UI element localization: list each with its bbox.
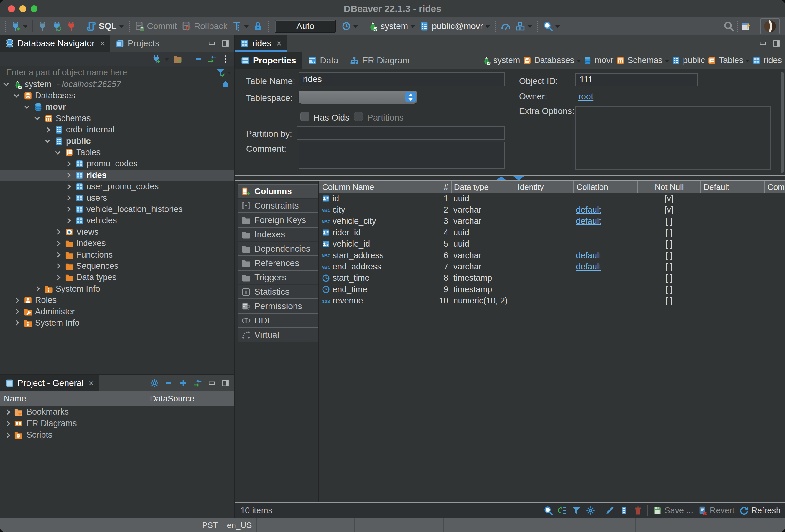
chevron-right-icon[interactable] [45, 127, 50, 132]
chevron-right-icon[interactable] [66, 207, 71, 212]
chevron-down-icon[interactable] [55, 149, 60, 154]
view-menu-icon[interactable] [221, 54, 230, 64]
table-row-start-time[interactable]: start_time8timestamp[ ] [319, 273, 785, 284]
filter-icon[interactable] [572, 506, 581, 515]
cell-not-null[interactable]: [v] [637, 194, 700, 204]
gear-icon[interactable] [150, 379, 159, 387]
close-icon[interactable]: × [89, 378, 94, 388]
minimize-panel-icon[interactable] [208, 379, 216, 387]
tab-data[interactable]: Data [302, 52, 344, 69]
cell-column-name[interactable]: ABCstart_address [319, 251, 388, 260]
gear-icon[interactable] [586, 506, 595, 515]
chevron-right-icon[interactable] [14, 320, 19, 326]
cell-ordinal[interactable]: 10 [388, 296, 451, 306]
cell-ordinal[interactable]: 4 [388, 228, 451, 237]
tree-item-sequences[interactable]: Sequences [0, 260, 234, 272]
chevron-right-icon[interactable] [66, 196, 71, 201]
breadcrumb-movr[interactable]: movr [583, 56, 613, 65]
detail-tab-references[interactable]: References [238, 256, 318, 270]
grid-header-comm[interactable]: Comm [764, 181, 785, 193]
sql-editor-button[interactable]: SQL [84, 19, 126, 34]
rollback-button[interactable]: Rollback [179, 19, 229, 34]
active-connection-select[interactable]: system [365, 19, 417, 34]
cell-collation[interactable]: default [573, 262, 637, 272]
chevron-right-icon[interactable] [66, 161, 71, 167]
dashboard-button[interactable] [499, 19, 513, 34]
chevron-down-icon[interactable] [164, 58, 169, 61]
chevron-down-icon[interactable] [528, 25, 532, 28]
breadcrumb-public[interactable]: public [672, 56, 705, 65]
disconnect-button[interactable] [64, 19, 78, 34]
tab-properties[interactable]: Properties [235, 52, 302, 69]
grid-header-data-type[interactable]: Data type [451, 181, 514, 193]
collapse-down-icon[interactable] [513, 176, 524, 180]
tree-item-views[interactable]: Views [0, 226, 234, 237]
chevron-down-icon[interactable] [35, 115, 40, 120]
tree-item-users[interactable]: users [0, 192, 234, 204]
connect-button[interactable] [35, 19, 50, 34]
cell-not-null[interactable]: [ ] [637, 296, 700, 306]
close-icon[interactable]: × [100, 38, 105, 49]
global-search-icon[interactable] [724, 21, 734, 31]
collation-link[interactable]: default [576, 262, 601, 271]
breadcrumb-databases[interactable]: Databases [523, 56, 581, 65]
grid-header-[interactable]: # [388, 181, 451, 193]
cell-ordinal[interactable]: 8 [388, 273, 451, 283]
chevron-right-icon[interactable] [66, 173, 71, 178]
tree-item-user-promo-codes[interactable]: user_promo_codes [0, 181, 234, 192]
table-row-rider-id[interactable]: rider_id4uuid[ ] [319, 227, 785, 238]
breadcrumb-tables[interactable]: Tables [708, 56, 750, 65]
cell-column-name[interactable]: rider_id [319, 228, 388, 237]
table-row-city[interactable]: ABCcity2varchardefault[v] [319, 204, 785, 216]
object-filter-input[interactable] [6, 68, 213, 78]
detail-tab-dependencies[interactable]: Dependencies [238, 242, 318, 256]
project-item-scripts[interactable]: Scripts [0, 429, 234, 441]
tablespace-select[interactable] [299, 91, 417, 104]
edit-icon[interactable] [605, 506, 614, 515]
tree-item-system[interactable]: system - localhost:26257 [0, 79, 234, 90]
chevron-right-icon[interactable] [55, 252, 60, 258]
collapse-all-icon[interactable] [195, 54, 204, 64]
grid-header-column-name[interactable]: Column Name [319, 181, 388, 193]
tree-item-crdb-internal[interactable]: crdb_internal [0, 124, 234, 135]
tree-item-administer[interactable]: Administer [0, 306, 234, 317]
chevron-down-icon[interactable] [556, 25, 560, 28]
chevron-down-icon[interactable] [485, 25, 490, 28]
chevron-down-icon[interactable] [746, 60, 750, 62]
section-splitter[interactable] [235, 175, 785, 181]
cell-column-name[interactable]: vehicle_id [319, 239, 388, 249]
maximize-panel-icon[interactable] [221, 39, 229, 47]
new-connection-button[interactable] [8, 19, 30, 34]
new-connection-icon[interactable] [151, 54, 161, 64]
commit-mode-select[interactable]: Auto [275, 20, 336, 33]
filter-icon[interactable] [216, 68, 225, 77]
chevron-right-icon[interactable] [14, 298, 19, 303]
cell-column-name[interactable]: end_time [319, 285, 388, 295]
collation-link[interactable]: default [576, 251, 601, 260]
detail-tab-indexes[interactable]: Indexes [238, 227, 318, 241]
chevron-down-icon[interactable] [411, 25, 415, 28]
query-history-button[interactable] [339, 19, 360, 34]
link-with-editor-icon[interactable] [193, 379, 202, 387]
chevron-down-icon[interactable] [14, 92, 19, 97]
extra-options-box[interactable] [575, 106, 770, 170]
owner-link[interactable]: root [578, 92, 593, 101]
table-row-revenue[interactable]: 123revenue10numeric(10, 2)[ ] [319, 295, 785, 307]
chevron-down-icon[interactable] [353, 25, 358, 28]
cell-collation[interactable]: default [573, 251, 637, 260]
minimize-panel-icon[interactable] [759, 39, 767, 47]
table-row-vehicle-id[interactable]: vehicle_id5uuid[ ] [319, 238, 785, 250]
scrollbar[interactable] [781, 72, 784, 173]
cell-ordinal[interactable]: 7 [388, 262, 451, 272]
grid-header-collation[interactable]: Collation [573, 181, 637, 193]
cell-data-type[interactable]: varchar [451, 217, 514, 226]
cell-data-type[interactable]: uuid [451, 194, 514, 204]
detail-tab-triggers[interactable]: Triggers [238, 270, 318, 284]
table-row-id[interactable]: id1uuid[v] [319, 193, 785, 204]
tree-item-rides[interactable]: rides [0, 170, 234, 181]
cell-data-type[interactable]: varchar [451, 251, 514, 260]
tree-item-public[interactable]: public [0, 135, 234, 147]
cell-ordinal[interactable]: 1 [388, 194, 451, 204]
chevron-down-icon[interactable] [577, 60, 581, 62]
expand-up-icon[interactable] [496, 176, 506, 180]
